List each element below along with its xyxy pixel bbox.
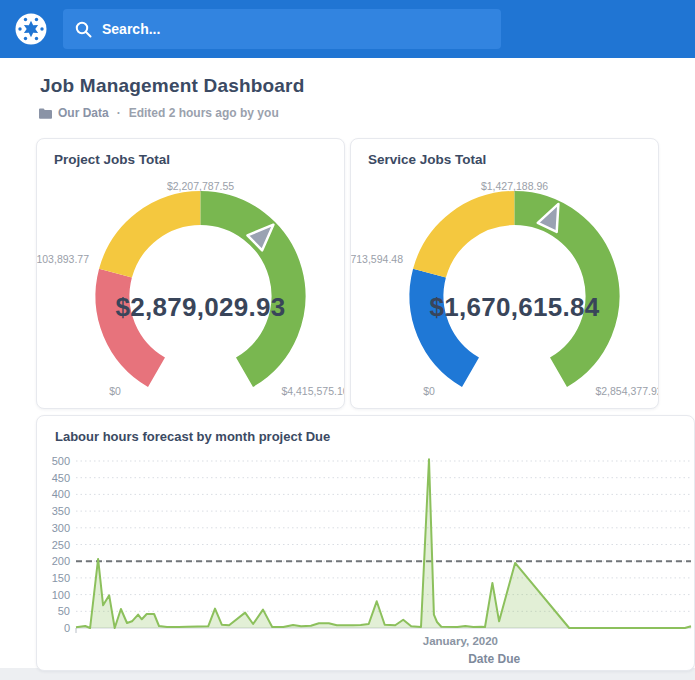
breadcrumb: Our Data · Edited 2 hours ago by you — [39, 106, 695, 120]
project-jobs-gauge-card: Project Jobs Total $2,207,787.55 $1,103,… — [36, 138, 345, 409]
page-title: Job Management Dashboard — [40, 75, 695, 97]
svg-text:0: 0 — [64, 622, 70, 634]
gauge-half-label: $2,207,787.55 — [37, 180, 345, 192]
svg-text:500: 500 — [52, 455, 70, 467]
svg-text:100: 100 — [52, 589, 70, 601]
gauge-max-label: $2,854,377.92 — [580, 385, 659, 397]
svg-text:250: 250 — [52, 539, 70, 551]
chart-title: Labour hours forecast by month project D… — [55, 429, 330, 444]
breadcrumb-separator: · — [117, 106, 121, 120]
edited-status: Edited 2 hours ago by you — [129, 106, 279, 120]
dashboard-page: Job Management Dashboard Our Data · Edit… — [0, 0, 695, 668]
svg-text:January, 2020: January, 2020 — [423, 635, 498, 647]
svg-text:400: 400 — [52, 488, 70, 500]
app-logo-icon[interactable] — [15, 13, 47, 45]
search-box[interactable] — [63, 9, 501, 49]
gauge-value: $1,670,615.84 — [351, 292, 659, 323]
gauge-min-label: $0 — [93, 385, 137, 397]
labour-hours-area-chart: 050100150200250300350400450500January, 2… — [37, 416, 694, 670]
gauge-half-label: $1,427,188.96 — [351, 180, 659, 192]
svg-text:Date Due: Date Due — [468, 652, 520, 666]
gauge-quarter-label: $1,103,893.77 — [36, 253, 89, 265]
gauge-title: Project Jobs Total — [54, 152, 170, 167]
svg-text:150: 150 — [52, 572, 70, 584]
service-jobs-gauge-card: Service Jobs Total $1,427,188.96 $713,59… — [350, 138, 659, 409]
svg-text:200: 200 — [52, 555, 70, 567]
gauge-quarter-label: $713,594.48 — [350, 253, 403, 265]
svg-text:450: 450 — [52, 472, 70, 484]
folder-icon — [39, 108, 52, 119]
labour-hours-chart-card: 050100150200250300350400450500January, 2… — [36, 415, 695, 671]
gauge-max-label: $4,415,575.10 — [266, 385, 345, 397]
gauge-title: Service Jobs Total — [368, 152, 486, 167]
search-icon — [75, 21, 92, 38]
search-input[interactable] — [102, 21, 489, 37]
top-bar — [0, 0, 695, 58]
breadcrumb-label[interactable]: Our Data — [58, 106, 109, 120]
gauge-cards-row: Project Jobs Total $2,207,787.55 $1,103,… — [36, 138, 659, 409]
gauge-min-label: $0 — [407, 385, 451, 397]
svg-text:300: 300 — [52, 522, 70, 534]
svg-text:50: 50 — [58, 605, 70, 617]
gauge-value: $2,879,029.93 — [37, 292, 345, 323]
svg-text:350: 350 — [52, 505, 70, 517]
